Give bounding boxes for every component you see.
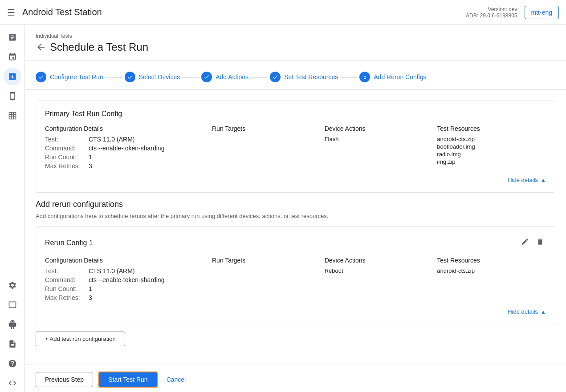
breadcrumb-area: Individual Tests <box>25 25 566 39</box>
start-test-run-button[interactable]: Start Test Run <box>98 372 157 388</box>
rerun-1-test-row: Test: CTS 11.0 (ARM) <box>45 267 208 275</box>
breadcrumb-parent: Individual Tests <box>36 33 72 39</box>
sidebar-item-logs[interactable] <box>4 335 21 353</box>
step-2-circle <box>125 72 135 82</box>
rerun-1-hide-details-label: Hide details <box>508 308 538 315</box>
rerun-1-resource-1: android-cts.zip <box>437 267 546 274</box>
primary-config-card: Primary Test Run Config Configuration De… <box>36 101 555 193</box>
primary-hide-details-btn[interactable]: Hide details ▲ <box>45 177 546 183</box>
primary-config-details-col: Configuration Details Test: CTS 11.0 (AR… <box>45 125 208 171</box>
primary-test-label: Test: <box>45 136 85 143</box>
primary-test-value: CTS 11.0 (ARM) <box>89 136 134 143</box>
rerun-1-device-actions-header: Device Actions <box>325 257 434 267</box>
primary-runcount-row: Run Count: 1 <box>45 154 208 161</box>
previous-step-button[interactable]: Previous Step <box>36 372 93 387</box>
rerun-1-device-actions-value: Reboot <box>325 267 434 274</box>
step-3-label: Add Actions <box>216 73 248 81</box>
rerun-1-runcount-row: Run Count: 1 <box>45 285 208 292</box>
primary-command-label: Command: <box>45 145 85 152</box>
sidebar-item-device-groups[interactable] <box>4 107 21 125</box>
sidebar-item-devices[interactable] <box>4 87 21 105</box>
version-label: Version: dev <box>466 6 517 12</box>
rerun-1-command-row: Command: cts --enable-token-sharding <box>45 276 208 283</box>
step-connector-1 <box>105 77 123 77</box>
stepper: Configure Test Run Select Devices Add Ac… <box>25 61 566 90</box>
step-3-circle <box>201 72 212 82</box>
rerun-section-title: Add rerun configurations <box>36 200 555 209</box>
primary-runcount-value: 1 <box>89 154 92 161</box>
add-config-button[interactable]: + Add test run configuration <box>36 331 125 346</box>
rerun-config-1-actions <box>519 236 546 250</box>
primary-chevron-up-icon: ▲ <box>541 177 546 183</box>
rerun-1-command-value: cts --enable-token-sharding <box>89 276 164 283</box>
sidebar-item-schedule[interactable] <box>4 48 21 66</box>
version-info: Version: dev ADB: 29.0.6-6198805 <box>466 6 517 19</box>
footer-buttons: Previous Step Start Test Run Cancel <box>25 364 566 392</box>
primary-hide-details-label: Hide details <box>508 177 538 183</box>
rerun-1-maxretries-row: Max Retries: 3 <box>45 294 208 301</box>
step-1: Configure Test Run <box>36 72 103 82</box>
sidebar-item-android[interactable] <box>4 315 21 333</box>
rerun-1-chevron-up-icon: ▲ <box>541 309 546 315</box>
page-title: Schedule a Test Run <box>50 41 148 53</box>
rerun-1-test-resources-header: Test Resources <box>437 257 546 267</box>
step-4: Set Test Resources <box>270 72 338 82</box>
rerun-1-test-value: CTS 11.0 (ARM) <box>89 267 134 275</box>
rerun-1-runcount-value: 1 <box>89 285 92 292</box>
step-connector-3 <box>250 77 268 77</box>
rerun-config-1-title: Rerun Config 1 <box>45 239 93 247</box>
primary-runcount-label: Run Count: <box>45 154 85 161</box>
sidebar <box>0 25 25 392</box>
rerun-config-1-details-col: Configuration Details Test: CTS 11.0 (AR… <box>45 257 208 303</box>
sidebar-item-window[interactable] <box>4 296 21 314</box>
rerun-1-hide-details-btn[interactable]: Hide details ▲ <box>45 308 546 315</box>
rerun-1-device-actions-col: Device Actions Reboot <box>325 257 434 303</box>
primary-run-targets-header: Run Targets <box>212 125 321 136</box>
rerun-config-1-details-header: Configuration Details <box>45 257 208 267</box>
step-2-label: Select Devices <box>139 73 180 81</box>
sidebar-item-analytics[interactable] <box>4 68 21 85</box>
hamburger-icon[interactable]: ☰ <box>7 7 15 18</box>
cancel-button[interactable]: Cancel <box>163 372 190 387</box>
user-button[interactable]: mtt-eng <box>525 6 559 19</box>
rerun-config-1-card: Rerun Config 1 Configuration Details <box>36 226 555 324</box>
rerun-1-maxretries-label: Max Retries: <box>45 294 85 301</box>
step-connector-4 <box>340 77 358 77</box>
step-4-circle <box>270 72 281 82</box>
app-title: Android Test Station <box>22 7 459 17</box>
primary-command-value: cts --enable-token-sharding <box>89 145 164 152</box>
rerun-1-runcount-label: Run Count: <box>45 285 85 292</box>
primary-command-row: Command: cts --enable-token-sharding <box>45 145 208 152</box>
step-5-circle: 5 <box>359 72 370 82</box>
primary-device-actions-header: Device Actions <box>325 125 434 136</box>
primary-device-actions-value: Flash <box>325 136 434 142</box>
rerun-config-1-delete-button[interactable] <box>534 236 546 250</box>
primary-test-resources-header: Test Resources <box>437 125 546 136</box>
primary-config-grid: Configuration Details Test: CTS 11.0 (AR… <box>45 125 546 171</box>
rerun-config-1-grid: Configuration Details Test: CTS 11.0 (AR… <box>45 257 546 303</box>
sidebar-item-help[interactable] <box>4 355 21 372</box>
primary-config-title: Primary Test Run Config <box>45 110 546 118</box>
page-header: Schedule a Test Run <box>25 39 566 61</box>
rerun-section-header: Add rerun configurations Add configurati… <box>36 200 555 219</box>
sidebar-item-settings[interactable] <box>4 276 21 294</box>
step-3: Add Actions <box>201 72 248 82</box>
main-content: Individual Tests Schedule a Test Run Con… <box>25 25 566 392</box>
rerun-card-1-header: Rerun Config 1 <box>45 236 546 250</box>
rerun-config-1-edit-button[interactable] <box>519 236 531 250</box>
primary-run-targets-col: Run Targets <box>212 125 321 171</box>
primary-resource-4: img.zip <box>437 158 546 165</box>
rerun-1-maxretries-value: 3 <box>89 294 92 301</box>
sidebar-item-code[interactable] <box>4 374 21 392</box>
rerun-1-test-resources-col: Test Resources android-cts.zip <box>437 257 546 303</box>
step-2: Select Devices <box>125 72 180 82</box>
back-button[interactable] <box>36 42 46 53</box>
primary-maxretries-value: 3 <box>89 162 92 170</box>
rerun-1-test-label: Test: <box>45 267 85 275</box>
sidebar-item-tests[interactable] <box>4 28 21 46</box>
primary-resource-2: bootloader.img <box>437 143 546 150</box>
rerun-1-command-label: Command: <box>45 276 85 283</box>
primary-test-resources-col: Test Resources android-cts.zip bootloade… <box>437 125 546 171</box>
step-1-label: Configure Test Run <box>50 73 103 81</box>
content-area: Primary Test Run Config Configuration De… <box>25 90 566 364</box>
